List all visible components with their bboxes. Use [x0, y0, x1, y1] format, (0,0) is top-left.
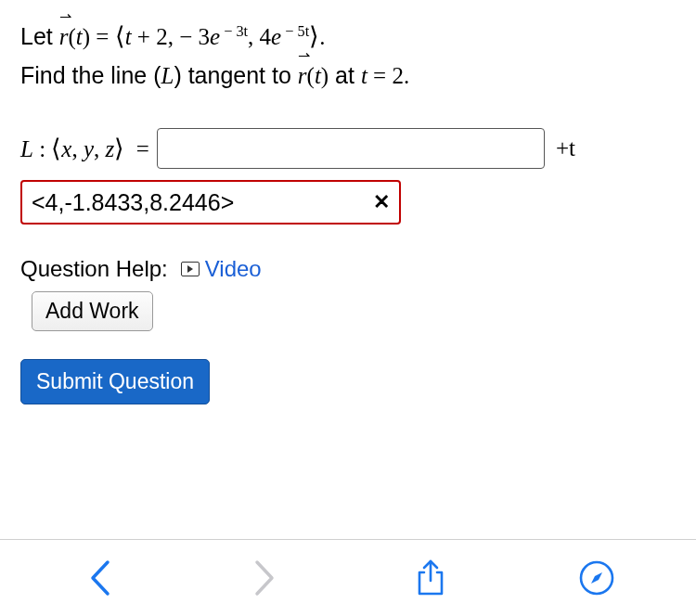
rangle: ⟩: [309, 22, 319, 50]
let-text: Let: [20, 23, 59, 49]
browser-toolbar: [0, 540, 696, 616]
input2-value: <4,-1.8433,8.2446>: [32, 189, 234, 216]
find-text: Find the line (L) tangent to: [20, 62, 298, 88]
compass-icon[interactable]: [577, 558, 616, 597]
langle: ⟨: [115, 22, 125, 50]
add-work-button[interactable]: Add Work: [32, 291, 153, 331]
exp1: − 3t: [220, 23, 248, 40]
video-link[interactable]: Video: [181, 256, 262, 282]
submit-question-button[interactable]: Submit Question: [20, 359, 210, 404]
video-icon: [181, 262, 200, 276]
incorrect-icon: ✕: [373, 190, 390, 214]
r-vector: ⇀r: [59, 19, 69, 56]
exp2: − 5t: [281, 23, 309, 40]
share-icon[interactable]: [411, 558, 450, 597]
plus-t: +t: [556, 135, 575, 161]
svg-marker-2: [591, 572, 602, 584]
video-label: Video: [205, 256, 262, 282]
L-label: L : ⟨x, y, z⟩ =: [20, 134, 149, 163]
problem-statement: Let ⇀r(t) = ⟨t + 2, − 3e − 3t, 4e − 5t⟩.…: [20, 17, 676, 95]
vector-direction-input[interactable]: <4,-1.8433,8.2446> ✕: [20, 180, 401, 225]
answer-line-1: L : ⟨x, y, z⟩ = +t: [20, 128, 676, 169]
vector-point-input[interactable]: [157, 128, 545, 169]
forward-icon[interactable]: [246, 558, 285, 597]
back-icon[interactable]: [80, 558, 119, 597]
question-help-label: Question Help:: [20, 256, 168, 282]
r-vector2: ⇀r: [298, 58, 307, 95]
